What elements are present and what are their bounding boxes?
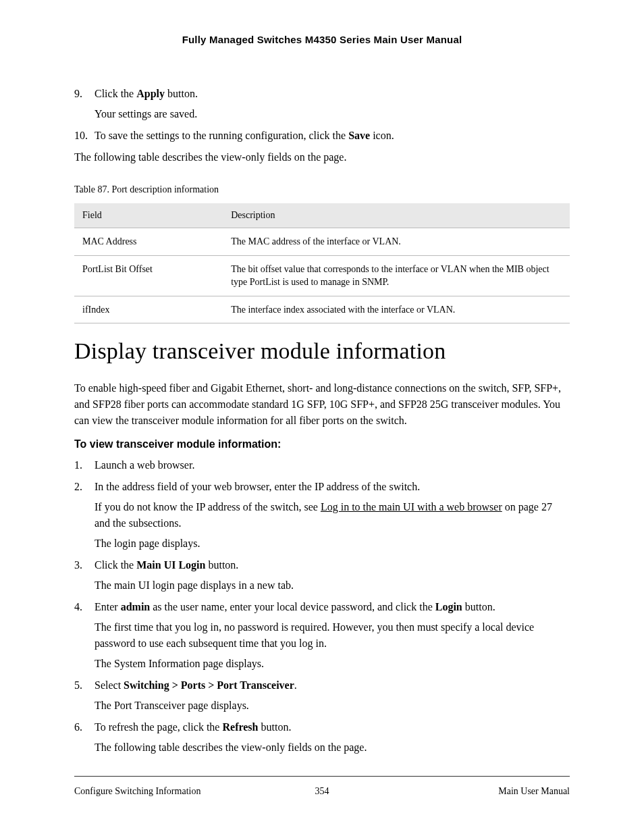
step-number: 2. — [74, 479, 82, 495]
table-cell-field: MAC Address — [74, 228, 223, 256]
continued-step-list: 9. Click the Apply button. Your settings… — [74, 86, 570, 144]
page-footer: Configure Switching Information 354 Main… — [74, 776, 570, 797]
table-cell-desc: The bit offset value that corresponds to… — [223, 255, 570, 296]
step-text: To save the settings to the running conf… — [95, 130, 394, 141]
table-cell-desc: The interface index associated with the … — [223, 296, 570, 323]
step-number: 6. — [74, 719, 82, 735]
port-description-table: Field Description MAC Address The MAC ad… — [74, 203, 570, 323]
step-text: Click the Main UI Login button. — [95, 559, 238, 571]
step-text: Select Switching > Ports > Port Transcei… — [95, 679, 297, 691]
step-substep: If you do not know the IP address of the… — [95, 499, 570, 531]
step-1: 1. Launch a web browser. — [74, 457, 570, 473]
table-row: ifIndex The interface index associated w… — [74, 296, 570, 323]
step-3: 3. Click the Main UI Login button. The m… — [74, 557, 570, 594]
step-9: 9. Click the Apply button. Your settings… — [74, 86, 570, 122]
step-text: Click the Apply button. — [95, 88, 198, 99]
step-text: To refresh the page, click the Refresh b… — [95, 721, 291, 733]
step-substep: The following table describes the view-o… — [95, 739, 570, 756]
cross-reference-link[interactable]: Log in to the main UI with a web browser — [321, 501, 502, 513]
table-row: MAC Address The MAC address of the inter… — [74, 228, 570, 256]
footer-section-name: Configure Switching Information — [74, 786, 240, 797]
table-cell-desc: The MAC address of the interface or VLAN… — [223, 228, 570, 256]
step-10: 10. To save the settings to the running … — [74, 128, 570, 144]
table-row: PortList Bit Offset The bit offset value… — [74, 255, 570, 296]
step-substep: The System Information page displays. — [95, 656, 570, 672]
procedure-step-list: 1. Launch a web browser. 2. In the addre… — [74, 457, 570, 756]
step-text: Enter admin as the user name, enter your… — [95, 601, 495, 613]
step-number: 1. — [74, 457, 82, 473]
footer-page-number: 354 — [240, 786, 405, 797]
footer-manual-name: Main User Manual — [404, 786, 570, 797]
intro-paragraph: The following table describes the view-o… — [74, 149, 570, 165]
step-substep: The first time that you log in, no passw… — [95, 619, 570, 652]
step-number: 10. — [74, 128, 88, 144]
step-text: In the address field of your web browser… — [95, 481, 420, 492]
step-number: 3. — [74, 557, 82, 573]
step-substep: The login page displays. — [95, 536, 570, 552]
step-number: 5. — [74, 677, 82, 694]
procedure-subheading: To view transceiver module information: — [74, 438, 570, 450]
step-number: 9. — [74, 86, 82, 102]
step-6: 6. To refresh the page, click the Refres… — [74, 719, 570, 756]
step-substep: The main UI login page displays in a new… — [95, 577, 570, 594]
page-header-title: Fully Managed Switches M4350 Series Main… — [74, 34, 570, 45]
step-substep: The Port Transceiver page displays. — [95, 698, 570, 714]
step-number: 4. — [74, 599, 82, 615]
section-paragraph: To enable high-speed fiber and Gigabit E… — [74, 380, 570, 429]
table-header-description: Description — [223, 203, 570, 228]
table-header-row: Field Description — [74, 203, 570, 228]
table-header-field: Field — [74, 203, 223, 228]
table-cell-field: ifIndex — [74, 296, 223, 323]
step-substep: Your settings are saved. — [95, 106, 570, 122]
section-heading: Display transceiver module information — [74, 338, 570, 364]
step-5: 5. Select Switching > Ports > Port Trans… — [74, 677, 570, 714]
step-2: 2. In the address field of your web brow… — [74, 479, 570, 552]
table-caption: Table 87. Port description information — [74, 184, 570, 195]
step-text: Launch a web browser. — [95, 459, 194, 471]
table-cell-field: PortList Bit Offset — [74, 255, 223, 296]
step-4: 4. Enter admin as the user name, enter y… — [74, 599, 570, 672]
